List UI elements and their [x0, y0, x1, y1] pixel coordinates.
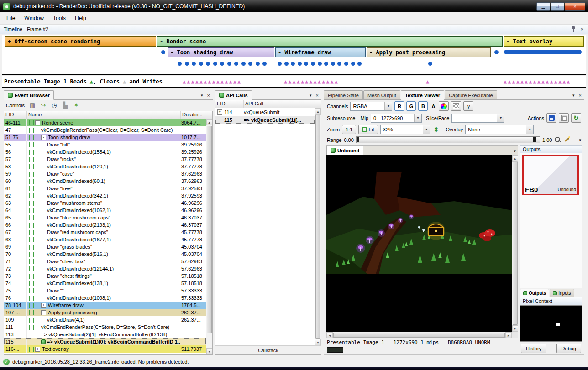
tab-mesh-output[interactable]: Mesh Output	[363, 90, 400, 99]
minimize-button[interactable]: ▁	[536, 2, 550, 11]
event-row[interactable]: 107-...-Apply post processing262.37...	[4, 309, 206, 316]
timeline-section-bar[interactable]: - Wireframe draw	[275, 47, 366, 57]
scroll-left-icon[interactable]: ◄	[326, 332, 333, 338]
range-options-icon[interactable]: ▾	[579, 138, 581, 142]
draw-marker-dot[interactable]	[213, 62, 217, 66]
event-row[interactable]: 74vkCmdDrawIndexed(138,1)57.18518	[4, 280, 206, 287]
goto-resource-button[interactable]: ↻	[571, 113, 581, 123]
channel-r-toggle[interactable]: R	[394, 101, 404, 111]
event-row[interactable]: 56vkCmdDrawIndexed(1554,1)39.25926	[4, 148, 206, 156]
event-row[interactable]: 111vkCmdEndRenderPass(C=Store, D=Store, …	[4, 323, 206, 331]
draw-marker-dot[interactable]	[199, 62, 203, 66]
draw-marker-dot[interactable]	[220, 62, 224, 66]
slice-face-select[interactable]	[452, 114, 504, 123]
event-row[interactable]: 116-...+Text overlay511.7037	[4, 345, 206, 353]
column-name[interactable]: Name	[27, 111, 181, 119]
event-row[interactable]: 69Draw "grass blades"45.03704	[4, 243, 206, 250]
scroll-right-icon[interactable]: ►	[505, 332, 512, 338]
scrollbar-thumb[interactable]	[513, 162, 518, 325]
flip-y-button[interactable]: ⇕	[433, 126, 440, 133]
timeline-section-bar[interactable]: + Off-screen scene rendering	[5, 36, 156, 47]
zoom-1to1-button[interactable]: 1:1	[342, 125, 356, 134]
draw-marker-dot[interactable]	[234, 62, 238, 66]
api-call-row[interactable]: 115=> vkQueueSubmit(1)[...	[215, 116, 315, 124]
event-row[interactable]: 58vkCmdDrawIndexed(120,1)37.77778	[4, 163, 206, 170]
draw-marker-dot[interactable]	[178, 62, 182, 66]
channel-a-toggle[interactable]: A	[430, 102, 436, 111]
viewport-horizontal-scrollbar[interactable]: ◄ ►	[326, 332, 512, 338]
draw-marker-dot[interactable]	[337, 62, 341, 66]
time-durations-icon[interactable]: ✶	[72, 102, 80, 109]
debug-button[interactable]: Debug	[556, 344, 581, 353]
maximize-button[interactable]: □	[551, 2, 564, 11]
event-row[interactable]: 62vkCmdDrawIndexed(342,1)37.92593	[4, 192, 206, 199]
alpha-background-button[interactable]	[451, 101, 461, 111]
black-point-handle[interactable]	[357, 137, 359, 142]
channel-b-toggle[interactable]: B	[418, 101, 428, 111]
event-row[interactable]: 75Draw ""57.33333	[4, 287, 206, 294]
draw-marker-dot[interactable]	[344, 62, 348, 66]
timeline-section-bar[interactable]: - Render scene	[157, 36, 503, 47]
draw-marker-dot[interactable]	[248, 62, 252, 66]
scroll-up-icon[interactable]: ▲	[206, 119, 212, 125]
clock-icon[interactable]: ◷	[50, 102, 58, 109]
draw-marker-dot[interactable]	[284, 62, 289, 66]
channels-select[interactable]: RGBA	[350, 102, 392, 111]
event-row[interactable]: 65Draw "blue mushroom caps"46.37037	[4, 214, 206, 221]
draw-marker-dot[interactable]	[206, 62, 210, 66]
expand-toggle-icon[interactable]: +	[41, 303, 46, 308]
hdr-mul-button[interactable]	[439, 101, 449, 111]
viewport-vertical-scrollbar[interactable]: ▲ ▼	[512, 155, 518, 332]
draw-marker-dot[interactable]	[227, 62, 231, 66]
draw-marker-dot[interactable]	[185, 62, 189, 66]
api-calls-scrollbar[interactable]: ▲ ▼	[315, 108, 321, 345]
filter-grid-icon[interactable]: ▦	[28, 102, 37, 109]
range-slider[interactable]	[356, 136, 540, 143]
tab-inputs[interactable]: Inputs	[550, 289, 574, 297]
event-row[interactable]: 109vkCmdDraw(4,1)262.37...	[4, 316, 206, 323]
event-row[interactable]: 115=> vkQueueSubmit(1)[0]: vkBeginComman…	[4, 338, 206, 345]
draw-marker-dot[interactable]	[262, 62, 267, 66]
draw-marker-dot[interactable]	[304, 62, 308, 66]
scroll-down-icon[interactable]: ▼	[512, 325, 518, 332]
column-api-call[interactable]: API Call	[244, 100, 321, 108]
expand-toggle-icon[interactable]: +	[35, 347, 40, 352]
column-eid[interactable]: EID	[4, 111, 27, 119]
text-overlay-events-bar[interactable]	[504, 50, 582, 54]
overlay-select[interactable]: None	[465, 125, 534, 134]
pin-icon[interactable]	[571, 26, 576, 32]
draw-marker-dot[interactable]	[357, 62, 362, 66]
timeline-section-bar[interactable]: - Toon shading draw	[168, 47, 274, 57]
stats-icon[interactable]: ▙	[61, 102, 69, 109]
expand-toggle-icon[interactable]: +	[217, 109, 222, 115]
tab-texture-viewer[interactable]: Texture Viewer	[401, 90, 444, 100]
timeline-section-bar[interactable]: - Apply post processing	[367, 47, 491, 57]
tab-capture-executable[interactable]: Capture Executable	[445, 90, 497, 99]
event-row[interactable]: 72vkCmdDrawIndexed(12144,1)57.62963	[4, 265, 206, 272]
draw-marker-dot[interactable]	[242, 62, 246, 66]
fit-button[interactable]: Fit	[358, 125, 378, 134]
draw-marker-dot[interactable]	[331, 62, 335, 66]
event-row[interactable]: 46-111-Render scene3064.7...	[4, 119, 206, 126]
callstack-section[interactable]: Callstack	[215, 345, 321, 354]
draw-marker-dot[interactable]	[298, 62, 302, 66]
event-row[interactable]: 55Draw "hill"39.25926	[4, 141, 206, 148]
autofit-wand-icon[interactable]	[563, 136, 570, 143]
event-row[interactable]: 51-76-Toon shading draw1017.7...	[4, 134, 206, 141]
menu-item-tools[interactable]: Tools	[48, 13, 70, 24]
draw-marker-dot[interactable]	[161, 50, 165, 54]
draw-marker-dot[interactable]	[428, 62, 432, 66]
tab-outputs[interactable]: Outputs	[520, 289, 549, 297]
gamma-button[interactable]: γ	[463, 101, 473, 111]
timeline-track[interactable]: + Off-screen scene rendering- Render sce…	[2, 35, 586, 75]
event-row[interactable]: 60vkCmdDrawIndexed(60,1)37.62963	[4, 177, 206, 185]
panel-menu-icon[interactable]: ▾	[572, 93, 575, 98]
tab-pipeline-state[interactable]: Pipeline State	[324, 90, 363, 99]
open-texture-list-button[interactable]	[559, 113, 569, 123]
event-row[interactable]: 76vkCmdDrawIndexed(1098,1)57.33333	[4, 294, 206, 302]
draw-marker-dot[interactable]	[278, 62, 282, 66]
close-icon[interactable]: ×	[578, 93, 583, 98]
close-icon[interactable]: ×	[580, 26, 584, 32]
scrollbar-thumb[interactable]	[207, 126, 212, 333]
event-row[interactable]: 57Draw "rocks"37.77778	[4, 156, 206, 163]
